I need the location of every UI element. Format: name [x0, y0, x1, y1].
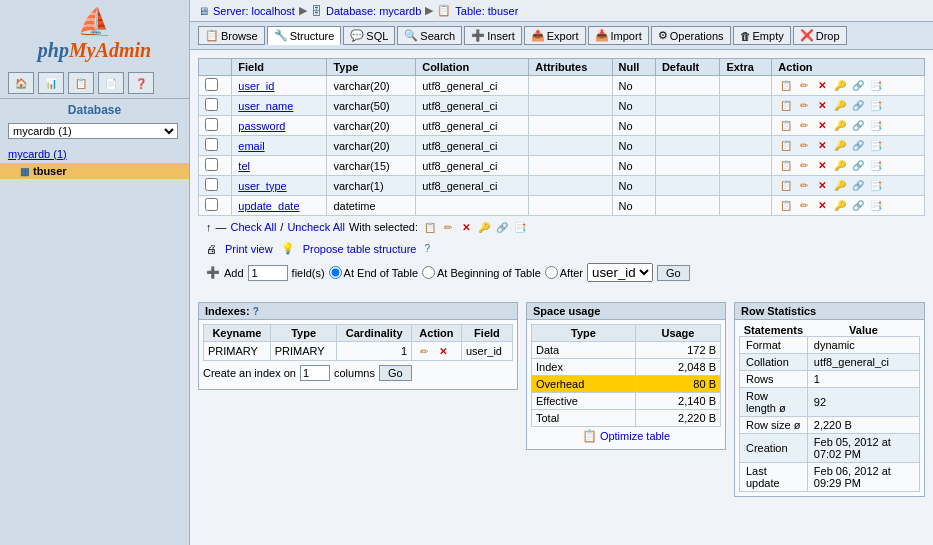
empty-button[interactable]: 🗑 Empty	[733, 26, 791, 45]
add-count-input[interactable]	[248, 265, 288, 281]
index-icon-5[interactable]: 📑	[868, 179, 884, 193]
primary-icon-2[interactable]: 🔑	[832, 119, 848, 133]
doc-button[interactable]: 📄	[98, 72, 124, 94]
idx-edit-icon-0[interactable]: ✏	[416, 344, 432, 358]
index-icon-6[interactable]: 📑	[868, 199, 884, 213]
stats-statement-1: Collation	[740, 354, 808, 371]
db-button[interactable]: 📊	[38, 72, 64, 94]
with-selected-unique-icon[interactable]: 🔗	[494, 220, 510, 234]
browse-icon-4[interactable]: 📋	[778, 159, 794, 173]
with-selected-primary-icon[interactable]: 🔑	[476, 220, 492, 234]
database-select[interactable]: mycardb (1)	[8, 123, 178, 139]
after-field-select[interactable]: user_id	[587, 263, 653, 282]
field-extra-0	[720, 76, 772, 96]
primary-icon-0[interactable]: 🔑	[832, 79, 848, 93]
after-radio[interactable]	[545, 266, 558, 279]
sidebar-item-table[interactable]: ▦ tbuser	[0, 163, 189, 179]
database-link[interactable]: Database: mycardb	[326, 5, 421, 17]
unique-icon-1[interactable]: 🔗	[850, 99, 866, 113]
index-icon-3[interactable]: 📑	[868, 139, 884, 153]
table-button[interactable]: 📋	[68, 72, 94, 94]
propose-table-link[interactable]: Propose table structure	[303, 243, 417, 255]
optimize-link[interactable]: Optimize table	[600, 430, 670, 442]
operations-button[interactable]: ⚙ Operations	[651, 26, 731, 45]
structure-button[interactable]: 🔧 Structure	[267, 26, 342, 45]
sidebar-item-db[interactable]: mycardb (1)	[0, 145, 189, 163]
add-go-button[interactable]: Go	[657, 265, 690, 281]
unique-icon-3[interactable]: 🔗	[850, 139, 866, 153]
browse-icon-0[interactable]: 📋	[778, 79, 794, 93]
propose-info-icon[interactable]: ?	[424, 243, 430, 254]
fields-table: Field Type Collation Attributes Null Def…	[198, 58, 925, 216]
primary-icon-5[interactable]: 🔑	[832, 179, 848, 193]
browse-icon-5[interactable]: 📋	[778, 179, 794, 193]
uncheck-all-link[interactable]: Uncheck All	[287, 221, 344, 233]
server-link[interactable]: Server: localhost	[213, 5, 295, 17]
import-button[interactable]: 📥 Import	[588, 26, 649, 45]
help-button[interactable]: ❓	[128, 72, 154, 94]
unique-icon-4[interactable]: 🔗	[850, 159, 866, 173]
primary-icon-6[interactable]: 🔑	[832, 199, 848, 213]
primary-icon-3[interactable]: 🔑	[832, 139, 848, 153]
export-button[interactable]: 📤 Export	[524, 26, 586, 45]
print-view-link[interactable]: Print view	[225, 243, 273, 255]
delete-icon-1[interactable]: ✕	[814, 99, 830, 113]
primary-icon-4[interactable]: 🔑	[832, 159, 848, 173]
edit-icon-6[interactable]: ✏	[796, 199, 812, 213]
edit-icon-5[interactable]: ✏	[796, 179, 812, 193]
drop-button[interactable]: ❌ Drop	[793, 26, 847, 45]
delete-icon-2[interactable]: ✕	[814, 119, 830, 133]
with-selected-delete-icon[interactable]: ✕	[458, 220, 474, 234]
primary-icon-1[interactable]: 🔑	[832, 99, 848, 113]
index-icon-1[interactable]: 📑	[868, 99, 884, 113]
edit-icon-1[interactable]: ✏	[796, 99, 812, 113]
with-selected-edit-icon[interactable]: ✏	[440, 220, 456, 234]
browse-icon-2[interactable]: 📋	[778, 119, 794, 133]
unique-icon-5[interactable]: 🔗	[850, 179, 866, 193]
table-row: password varchar(20) utf8_general_ci No …	[199, 116, 925, 136]
field-type-5: varchar(1)	[327, 176, 416, 196]
at-beginning-radio[interactable]	[422, 266, 435, 279]
indexes-info-icon[interactable]: ?	[253, 306, 259, 317]
with-selected-index-icon[interactable]: 📑	[512, 220, 528, 234]
delete-icon-0[interactable]: ✕	[814, 79, 830, 93]
field-checkbox-1[interactable]	[205, 98, 218, 111]
field-checkbox-3[interactable]	[205, 138, 218, 151]
index-icon-4[interactable]: 📑	[868, 159, 884, 173]
unique-icon-6[interactable]: 🔗	[850, 199, 866, 213]
col-collation: Collation	[416, 59, 529, 76]
search-button[interactable]: 🔍 Search	[397, 26, 462, 45]
index-icon-2[interactable]: 📑	[868, 119, 884, 133]
delete-icon-6[interactable]: ✕	[814, 199, 830, 213]
browse-icon-6[interactable]: 📋	[778, 199, 794, 213]
field-checkbox-4[interactable]	[205, 158, 218, 171]
browse-icon-1[interactable]: 📋	[778, 99, 794, 113]
edit-icon-0[interactable]: ✏	[796, 79, 812, 93]
with-selected-browse-icon[interactable]: 📋	[422, 220, 438, 234]
home-button[interactable]: 🏠	[8, 72, 34, 94]
browse-icon-3[interactable]: 📋	[778, 139, 794, 153]
insert-button[interactable]: ➕ Insert	[464, 26, 522, 45]
index-columns-input[interactable]	[300, 365, 330, 381]
delete-icon-5[interactable]: ✕	[814, 179, 830, 193]
browse-button[interactable]: 📋 Browse	[198, 26, 265, 45]
edit-icon-2[interactable]: ✏	[796, 119, 812, 133]
unique-icon-2[interactable]: 🔗	[850, 119, 866, 133]
idx-delete-icon-0[interactable]: ✕	[435, 344, 451, 358]
unique-icon-0[interactable]: 🔗	[850, 79, 866, 93]
index-icon-0[interactable]: 📑	[868, 79, 884, 93]
create-index-go-button[interactable]: Go	[379, 365, 412, 381]
delete-icon-3[interactable]: ✕	[814, 139, 830, 153]
at-end-radio[interactable]	[329, 266, 342, 279]
field-checkbox-0[interactable]	[205, 78, 218, 91]
edit-icon-4[interactable]: ✏	[796, 159, 812, 173]
field-checkbox-6[interactable]	[205, 198, 218, 211]
check-all-link[interactable]: Check All	[231, 221, 277, 233]
sql-button[interactable]: 💬 SQL	[343, 26, 395, 45]
field-checkbox-5[interactable]	[205, 178, 218, 191]
delete-icon-4[interactable]: ✕	[814, 159, 830, 173]
field-actions-3: 📋 ✏ ✕ 🔑 🔗 📑	[772, 136, 925, 156]
table-link[interactable]: Table: tbuser	[455, 5, 518, 17]
edit-icon-3[interactable]: ✏	[796, 139, 812, 153]
field-checkbox-2[interactable]	[205, 118, 218, 131]
